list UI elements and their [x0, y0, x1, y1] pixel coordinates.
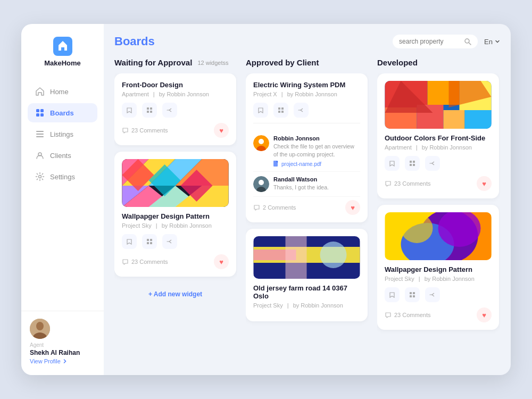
svg-rect-64	[413, 164, 415, 166]
svg-rect-73	[410, 295, 412, 297]
sidebar-item-settings[interactable]: Settings	[28, 167, 97, 186]
outdoor-pattern	[385, 81, 492, 129]
file-attachment[interactable]: project-name.pdf	[273, 161, 360, 167]
logo: MakeHome	[21, 37, 104, 67]
bookmark-icon	[126, 107, 132, 113]
svg-rect-17	[147, 111, 149, 113]
grid-btn-6[interactable]	[405, 287, 420, 302]
comment-icon-6	[385, 312, 392, 319]
card-image-outdoor	[385, 81, 492, 129]
search-input[interactable]	[399, 38, 461, 45]
like-btn-3[interactable]: ♥	[345, 200, 360, 215]
grid-icon-5	[409, 160, 415, 167]
card-jersey: Old jersey farm road 14 0367 Oslo Projec…	[246, 229, 368, 321]
share-icon-6	[429, 292, 436, 298]
grid-btn-3[interactable]	[273, 103, 288, 118]
card-meta-electric: Project X | by Robbin Jonnson	[253, 91, 360, 97]
svg-rect-74	[413, 295, 415, 297]
bookmark-btn-6[interactable]	[385, 287, 400, 302]
listings-icon	[35, 129, 45, 139]
share-btn-5[interactable]	[425, 156, 440, 171]
svg-point-70	[401, 213, 433, 243]
svg-rect-4	[40, 113, 44, 117]
grid-icon-6	[409, 292, 415, 298]
card-comments-electric: 2 Comments	[253, 204, 296, 211]
bookmark-btn-5[interactable]	[385, 156, 400, 171]
comment-icon-3	[253, 204, 260, 211]
grid-btn-5[interactable]	[405, 156, 420, 171]
bookmark-icon-3	[257, 107, 264, 113]
jersey-pattern	[253, 236, 360, 279]
like-btn-2[interactable]: ♥	[214, 254, 229, 269]
card-meta: Apartment | by Robbin Jonnson	[122, 91, 229, 97]
sidebar-item-label-boards: Boards	[50, 109, 74, 117]
svg-rect-32	[150, 239, 152, 241]
sidebar-user: Agent Shekh Al Raihan View Profile	[21, 311, 104, 364]
svg-line-14	[469, 43, 471, 45]
search-box[interactable]	[393, 35, 478, 48]
column-title-waiting: Waiting for Approval	[114, 58, 192, 67]
add-widget-btn[interactable]: + Add new widget	[114, 285, 236, 303]
card-front-door: Front-Door Design Apartment | by Robbin …	[114, 73, 236, 145]
column-cards-approved: Electric Wiring System PDM Project X | b…	[246, 73, 369, 364]
card-footer-electric: 2 Comments ♥	[253, 200, 360, 215]
column-approved: Approved by Client Electric Wiring Syste…	[246, 58, 369, 364]
comment-randall: Randall Watson Thanks, I got the idea.	[253, 172, 360, 197]
share-btn[interactable]	[162, 103, 177, 118]
like-btn[interactable]: ♥	[214, 123, 229, 138]
topbar-right: En	[393, 35, 500, 48]
user-name: Shekh Al Raihan	[30, 349, 95, 356]
share-btn-2[interactable]	[162, 234, 177, 249]
share-icon-3	[298, 107, 304, 113]
view-profile-link[interactable]: View Profile	[30, 358, 95, 364]
settings-icon	[35, 172, 45, 181]
share-btn-6[interactable]	[425, 287, 440, 302]
svg-rect-6	[36, 134, 44, 135]
column-title-developed: Developed	[377, 58, 418, 67]
search-icon	[464, 38, 471, 45]
grid-btn-2[interactable]	[142, 234, 157, 249]
bookmark-icon-5	[389, 160, 395, 167]
comment-avatar-randall	[253, 176, 269, 192]
sidebar: MakeHome Home Boards	[21, 24, 104, 375]
svg-rect-58	[465, 110, 492, 129]
sidebar-item-clients[interactable]: Clients	[28, 146, 97, 165]
card-comments-wallpaper: 23 Comments	[122, 259, 168, 265]
card-comments-outdoor: 23 Comments	[385, 180, 430, 187]
comment-text-randall: Thanks, I got the idea.	[273, 184, 329, 192]
card-title-jersey: Old jersey farm road 14 0367 Oslo	[253, 284, 360, 300]
column-waiting: Waiting for Approval 12 widgetss Front-D…	[114, 58, 237, 364]
nav-menu: Home Boards Listings	[21, 82, 104, 306]
sidebar-item-boards[interactable]: Boards	[28, 103, 97, 122]
card-wallpaper2: Wallpapger Design Pattern Project Sky | …	[377, 205, 499, 330]
card-meta-wallpaper: Project Sky | by Robbin Jonnson	[122, 222, 229, 229]
card-electric: Electric Wiring System PDM Project X | b…	[246, 73, 368, 222]
svg-point-11	[36, 322, 44, 330]
comment-robbin: Robbin Jonnson Check the file to get an …	[253, 131, 360, 172]
logo-text: MakeHome	[44, 59, 81, 67]
card-comments-wallpaper2: 23 Comments	[385, 312, 430, 319]
clients-icon	[35, 151, 45, 160]
app-container: MakeHome Home Boards	[21, 24, 511, 375]
bookmark-btn[interactable]	[122, 103, 137, 118]
sidebar-item-label-settings: Settings	[50, 173, 75, 181]
sidebar-item-home[interactable]: Home	[28, 82, 97, 101]
card-title: Front-Door Design	[122, 81, 229, 89]
bookmark-btn-3[interactable]	[253, 103, 268, 118]
svg-point-44	[259, 180, 264, 185]
like-btn-6[interactable]: ♥	[477, 307, 492, 322]
grid-icon-2	[146, 238, 153, 245]
svg-rect-62	[413, 161, 415, 163]
sidebar-item-label-clients: Clients	[50, 152, 71, 160]
grid-btn[interactable]	[142, 103, 157, 118]
bookmark-btn-2[interactable]	[122, 234, 137, 249]
share-btn-3[interactable]	[294, 103, 309, 118]
svg-rect-18	[150, 111, 152, 113]
svg-rect-38	[281, 111, 284, 113]
card-title-outdoor: Outdoor Colors For Front-Side	[385, 134, 492, 142]
like-btn-5[interactable]: ♥	[477, 176, 492, 191]
column-cards-waiting: Front-Door Design Apartment | by Robbin …	[114, 73, 237, 364]
language-selector[interactable]: En	[484, 38, 500, 46]
svg-rect-7	[36, 136, 44, 137]
sidebar-item-listings[interactable]: Listings	[28, 124, 97, 144]
